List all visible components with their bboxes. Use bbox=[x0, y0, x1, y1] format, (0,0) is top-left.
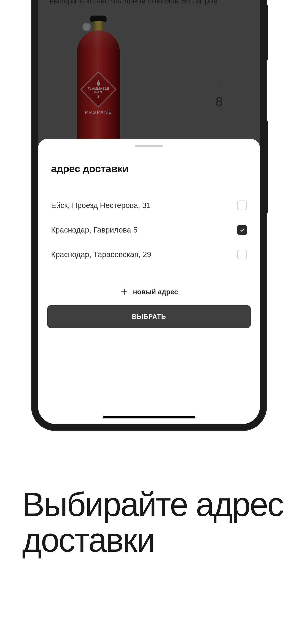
sheet-grabber[interactable] bbox=[135, 145, 163, 147]
address-label: Краснодар, Тарасовская, 29 bbox=[51, 250, 151, 259]
address-bottom-sheet: адрес доставки Ейск, Проезд Нестерова, 3… bbox=[38, 139, 260, 424]
plus-icon bbox=[120, 288, 128, 296]
phone-side-button bbox=[266, 120, 268, 213]
checkbox-unchecked[interactable] bbox=[237, 200, 247, 210]
address-option[interactable]: Ейск, Проезд Нестерова, 31 bbox=[51, 193, 247, 218]
home-indicator[interactable] bbox=[103, 416, 195, 418]
address-label: Ейск, Проезд Нестерова, 31 bbox=[51, 201, 151, 210]
address-option[interactable]: Краснодар, Гаврилова 5 bbox=[51, 218, 247, 242]
address-option[interactable]: Краснодар, Тарасовская, 29 bbox=[51, 242, 247, 267]
select-button[interactable]: ВЫБРАТЬ bbox=[47, 305, 251, 328]
phone-side-button bbox=[266, 5, 268, 60]
address-label: Краснодар, Гаврилова 5 bbox=[51, 226, 137, 234]
checkbox-checked[interactable] bbox=[237, 225, 247, 235]
sheet-title: адрес доставки bbox=[51, 163, 247, 174]
add-new-label: новый адрес bbox=[133, 288, 178, 296]
select-button-label: ВЫБРАТЬ bbox=[132, 313, 166, 320]
phone-screen: доставка пропана выберите кол-во баллоно… bbox=[38, 0, 260, 424]
check-icon bbox=[239, 227, 245, 233]
phone-frame: доставка пропана выберите кол-во баллоно… bbox=[32, 0, 266, 430]
checkbox-unchecked[interactable] bbox=[237, 250, 247, 260]
marketing-headline: Выбирайте адрес доставки bbox=[22, 487, 298, 558]
add-new-address-button[interactable]: новый адрес bbox=[51, 288, 247, 296]
